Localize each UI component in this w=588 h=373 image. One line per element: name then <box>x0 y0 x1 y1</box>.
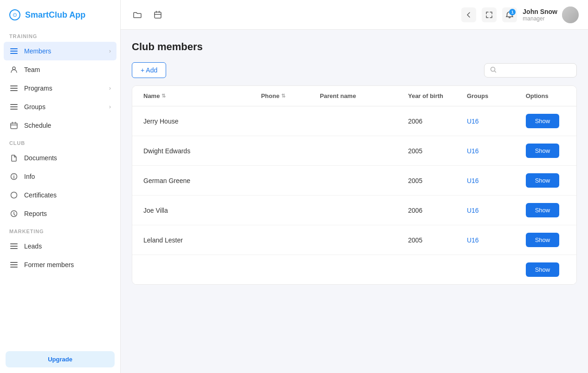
topbar-left-icons <box>130 7 165 22</box>
cell-yob-3: 2006 <box>404 199 463 222</box>
sidebar-item-certificates[interactable]: Certificates <box>0 186 120 204</box>
cell-phone-4 <box>257 233 316 248</box>
sidebar-bottom: Upgrade <box>0 346 120 373</box>
cell-phone-0 <box>257 114 316 129</box>
section-label-club: CLUB <box>0 135 120 149</box>
svg-rect-9 <box>10 109 18 110</box>
col-groups: Groups <box>463 86 522 106</box>
back-button[interactable] <box>461 7 476 22</box>
search-input[interactable] <box>500 66 571 74</box>
folder-icon[interactable] <box>130 7 145 22</box>
cell-parent-5 <box>316 262 404 277</box>
cell-options-1: Show <box>522 136 569 165</box>
show-button-3[interactable]: Show <box>526 203 560 217</box>
sidebar-item-leads[interactable]: Leads <box>0 237 120 255</box>
svg-rect-4 <box>10 85 18 86</box>
sidebar-item-former-members-label: Former members <box>24 261 74 268</box>
topbar-right-actions: 1 John Snow manager <box>461 7 579 23</box>
programs-icon <box>9 84 19 93</box>
cell-parent-0 <box>316 114 404 129</box>
cell-name-4: Leland Lester <box>140 229 257 251</box>
svg-rect-8 <box>10 106 18 107</box>
sidebar-item-former-members[interactable]: Former members <box>0 255 120 274</box>
cell-parent-2 <box>316 173 404 188</box>
app-name: SmartClub App <box>25 10 85 20</box>
cell-name-5 <box>140 262 257 277</box>
sidebar-item-info[interactable]: Info <box>0 167 120 186</box>
sidebar-logo[interactable]: ⊙ SmartClub App <box>0 0 120 28</box>
upgrade-button[interactable]: Upgrade <box>6 351 115 367</box>
page-title: Club members <box>132 41 577 53</box>
svg-rect-6 <box>10 90 18 91</box>
notification-button[interactable]: 1 <box>502 7 517 22</box>
cell-phone-5 <box>257 262 316 277</box>
show-button-0[interactable]: Show <box>526 114 560 128</box>
col-phone: Phone ⇅ <box>257 86 316 106</box>
sidebar-item-members[interactable]: Members › <box>4 42 116 60</box>
cell-group-4[interactable]: U16 <box>463 229 522 251</box>
name-sort-icon[interactable]: ⇅ <box>162 93 166 99</box>
cell-yob-5 <box>404 262 463 277</box>
cell-name-1: Dwight Edwards <box>140 140 257 162</box>
sidebar-item-schedule-label: Schedule <box>24 122 51 129</box>
reports-icon <box>9 209 19 218</box>
info-icon <box>9 172 19 181</box>
cell-phone-1 <box>257 144 316 158</box>
sidebar-item-programs[interactable]: Programs › <box>0 79 120 98</box>
cell-group-1[interactable]: U16 <box>463 140 522 162</box>
logo-icon: ⊙ <box>9 9 20 20</box>
col-parent-name: Parent name <box>316 86 404 106</box>
table-row: Dwight Edwards 2005 U16 Show <box>132 136 576 166</box>
cell-yob-1: 2005 <box>404 140 463 162</box>
phone-sort-icon[interactable]: ⇅ <box>281 93 285 99</box>
svg-rect-15 <box>10 243 18 244</box>
section-label-training: TRAINING <box>0 28 120 42</box>
avatar <box>562 7 579 23</box>
svg-rect-2 <box>10 53 18 54</box>
leads-icon <box>9 242 19 251</box>
add-button[interactable]: + Add <box>132 62 166 78</box>
show-button-1[interactable]: Show <box>526 144 560 158</box>
sidebar-item-team[interactable]: Team <box>0 60 120 79</box>
cell-yob-4: 2005 <box>404 229 463 251</box>
svg-point-13 <box>11 192 17 198</box>
svg-rect-19 <box>10 264 18 265</box>
cell-group-2[interactable]: U16 <box>463 170 522 192</box>
search-box[interactable] <box>484 63 577 78</box>
table-header: Name ⇅ Phone ⇅ Parent name Year of birth… <box>132 86 576 106</box>
members-icon <box>9 46 19 56</box>
svg-point-12 <box>13 175 14 176</box>
notification-badge: 1 <box>509 9 516 15</box>
show-button-4[interactable]: Show <box>526 233 560 247</box>
show-button-2[interactable]: Show <box>526 173 560 188</box>
cell-yob-2: 2005 <box>404 170 463 192</box>
expand-button[interactable] <box>482 7 497 22</box>
svg-rect-7 <box>10 104 18 105</box>
cell-options-4: Show <box>522 225 569 255</box>
cell-group-0[interactable]: U16 <box>463 110 522 132</box>
svg-rect-0 <box>10 48 18 49</box>
members-chevron: › <box>109 48 111 54</box>
section-label-marketing: MARKETING <box>0 223 120 237</box>
cell-phone-3 <box>257 203 316 218</box>
table-row: German Greene 2005 U16 Show <box>132 166 576 196</box>
cell-options-0: Show <box>522 106 569 136</box>
cell-group-3[interactable]: U16 <box>463 199 522 222</box>
team-icon <box>9 65 19 74</box>
svg-point-22 <box>491 67 495 71</box>
sidebar-item-documents[interactable]: Documents <box>0 149 120 167</box>
cell-yob-0: 2006 <box>404 110 463 132</box>
cell-options-2: Show <box>522 166 569 195</box>
calendar-icon[interactable] <box>150 7 165 22</box>
user-info[interactable]: John Snow manager <box>523 7 579 23</box>
svg-rect-5 <box>10 88 18 89</box>
groups-chevron: › <box>109 104 111 110</box>
sidebar-item-reports[interactable]: Reports <box>0 204 120 223</box>
cell-parent-3 <box>316 203 404 218</box>
sidebar-item-members-label: Members <box>24 47 51 55</box>
cell-group-5[interactable] <box>463 262 522 277</box>
sidebar-item-schedule[interactable]: Schedule <box>0 116 120 135</box>
members-table: Name ⇅ Phone ⇅ Parent name Year of birth… <box>132 85 577 285</box>
show-button-5[interactable]: Show <box>526 262 560 277</box>
sidebar-item-groups[interactable]: Groups › <box>0 98 120 116</box>
